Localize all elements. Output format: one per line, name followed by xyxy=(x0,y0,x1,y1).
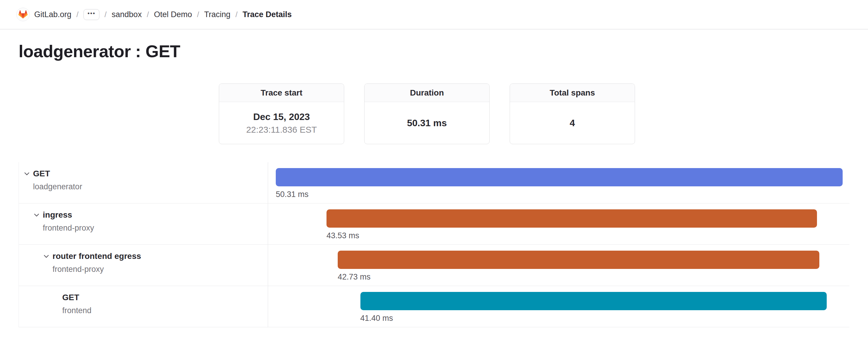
trace-start-card: Trace start Dec 15, 2023 22:23:11.836 ES… xyxy=(219,84,344,144)
breadcrumb-separator: / xyxy=(76,10,79,19)
chevron-down-icon[interactable] xyxy=(33,210,40,220)
span-operation-label: router frontend egress xyxy=(53,251,141,261)
tree-indent xyxy=(19,169,23,169)
gitlab-logo-icon xyxy=(16,8,30,21)
span-operation-label: ingress xyxy=(43,210,94,220)
span-tree-cell: ingress frontend-proxy xyxy=(19,203,268,245)
span-duration-label: 43.53 ms xyxy=(327,231,359,240)
breadcrumb-separator: / xyxy=(196,10,200,19)
span-service-label: loadgenerator xyxy=(33,182,82,192)
duration-card: Duration 50.31 ms xyxy=(364,84,490,144)
card-value: 4 xyxy=(570,118,575,129)
total-spans-card: Total spans 4 xyxy=(510,84,635,144)
span-duration-label: 41.40 ms xyxy=(361,313,393,323)
card-subvalue: 22:23:11.836 EST xyxy=(246,125,317,135)
breadcrumb: GitLab.org / ••• / sandbox / Otel Demo /… xyxy=(16,8,292,21)
top-navigation-bar: GitLab.org / ••• / sandbox / Otel Demo /… xyxy=(0,0,868,30)
span-tree-cell: router frontend egress frontend-proxy xyxy=(19,245,268,286)
span-operation-label: GET xyxy=(33,169,82,179)
span-tree-cell: GET frontend xyxy=(19,286,268,327)
breadcrumb-item-sandbox[interactable]: sandbox xyxy=(112,10,142,19)
tree-indent xyxy=(19,292,53,293)
span-duration-bar[interactable] xyxy=(338,251,819,269)
card-label: Total spans xyxy=(510,84,635,102)
breadcrumb-item-otel-demo[interactable]: Otel Demo xyxy=(154,10,192,19)
card-value: 50.31 ms xyxy=(407,118,447,129)
span-timeline-cell: 42.73 ms xyxy=(268,245,849,286)
span-row[interactable]: GET frontend 41.40 ms xyxy=(19,286,849,327)
span-service-label: frontend-proxy xyxy=(53,264,141,274)
breadcrumb-separator: / xyxy=(146,10,150,19)
span-timeline-cell: 41.40 ms xyxy=(268,286,849,327)
tree-indent xyxy=(19,210,33,210)
card-label: Duration xyxy=(365,84,489,102)
span-duration-label: 42.73 ms xyxy=(338,272,370,282)
span-row[interactable]: GET loadgenerator 50.31 ms xyxy=(19,162,849,203)
chevron-down-icon[interactable] xyxy=(23,169,30,179)
breadcrumb-separator: / xyxy=(104,10,107,19)
span-tree-cell: GET loadgenerator xyxy=(19,162,268,203)
card-value: Dec 15, 2023 xyxy=(253,112,310,122)
span-operation-label: GET xyxy=(62,292,91,303)
span-row[interactable]: ingress frontend-proxy 43.53 ms xyxy=(19,203,849,245)
span-duration-bar[interactable] xyxy=(276,168,843,186)
breadcrumb-item-tracing[interactable]: Tracing xyxy=(204,10,230,19)
card-label: Trace start xyxy=(219,84,344,102)
span-timeline-cell: 50.31 ms xyxy=(268,162,849,203)
span-duration-bar[interactable] xyxy=(327,209,817,228)
span-duration-bar[interactable] xyxy=(361,292,827,310)
breadcrumb-item-trace-details: Trace Details xyxy=(242,10,292,19)
breadcrumb-separator: / xyxy=(235,10,238,19)
span-row[interactable]: router frontend egress frontend-proxy 42… xyxy=(19,245,849,286)
span-waterfall: GET loadgenerator 50.31 ms ingress front… xyxy=(19,162,849,327)
span-duration-label: 50.31 ms xyxy=(276,190,309,199)
tree-indent xyxy=(19,251,43,252)
span-service-label: frontend xyxy=(62,306,91,316)
breadcrumb-item-project[interactable]: GitLab.org xyxy=(34,10,71,19)
span-service-label: frontend-proxy xyxy=(43,223,94,233)
span-timeline-cell: 43.53 ms xyxy=(268,203,849,245)
trace-summary-cards: Trace start Dec 15, 2023 22:23:11.836 ES… xyxy=(219,84,635,144)
breadcrumb-ellipsis-button[interactable]: ••• xyxy=(84,9,99,20)
chevron-down-icon[interactable] xyxy=(43,251,50,261)
page-title: loadgenerator : GET xyxy=(19,41,868,62)
